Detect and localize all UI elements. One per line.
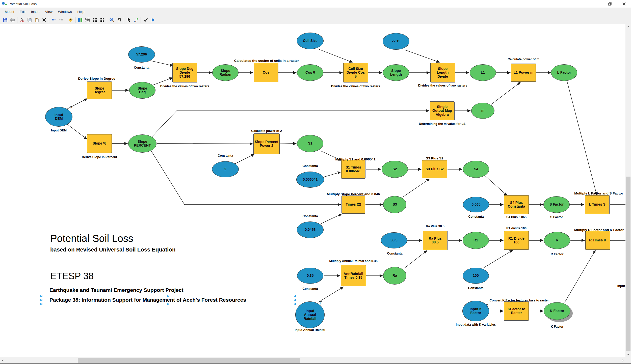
selection-handle[interactable] <box>40 299 42 301</box>
ra-node[interactable]: Ra <box>383 267 406 285</box>
k-factor-node[interactable]: K Factor <box>544 302 570 320</box>
menu-insert[interactable]: Insert <box>28 9 42 15</box>
cell-size-node[interactable]: Cell Size <box>297 33 324 49</box>
connector-line[interactable] <box>319 49 352 62</box>
validate-icon[interactable] <box>142 16 149 23</box>
r1-divide-100-node[interactable]: R1 Divide 100 <box>504 231 529 250</box>
diagram-text[interactable]: Earthquake and Tsunami Emergency Support… <box>49 287 183 293</box>
connector-line[interactable] <box>565 250 595 302</box>
s4-plus-constanta-node[interactable]: S4 Plus Constanta <box>504 195 529 214</box>
cell-size-divide-node[interactable]: Cell Size Divide Cos θ <box>343 63 368 82</box>
horizontal-scrollbar[interactable] <box>0 357 631 363</box>
selection-handle[interactable] <box>167 295 169 297</box>
menu-windows[interactable]: Windows <box>55 9 75 15</box>
connector-line[interactable] <box>485 176 507 195</box>
s4-node[interactable]: S4 <box>463 161 489 178</box>
scroll-down-icon[interactable] <box>625 352 631 357</box>
vertical-scroll-thumb[interactable] <box>626 177 630 351</box>
connect-icon[interactable] <box>133 16 139 23</box>
constant-00456-node[interactable]: 0.0456 <box>297 221 324 238</box>
selection-handle[interactable] <box>40 295 42 297</box>
connector-line[interactable] <box>567 81 597 195</box>
l1-power-m-node[interactable]: L1 Power m <box>511 64 536 82</box>
zoom-icon[interactable] <box>108 16 115 23</box>
connector-line[interactable] <box>405 50 439 62</box>
times-2-node[interactable]: Times (2) <box>341 195 365 214</box>
cos-node[interactable]: Cos <box>254 63 278 82</box>
print-icon[interactable] <box>9 16 16 23</box>
slope-percent-node[interactable]: Slope PERCENT <box>128 134 156 153</box>
l1-node[interactable]: L1 <box>470 64 496 81</box>
menu-model[interactable]: Model <box>2 9 17 15</box>
s-factor-node[interactable]: S Factor <box>543 196 570 213</box>
copy-icon[interactable] <box>26 16 33 23</box>
menu-edit[interactable]: Edit <box>17 9 28 15</box>
model-canvas[interactable]: 57.296Cell Size22.13Input DEM20.0065410.… <box>0 24 631 357</box>
selection-handle[interactable] <box>294 295 296 297</box>
constant-100-node[interactable]: 100 <box>463 268 489 284</box>
select-icon[interactable] <box>125 16 132 23</box>
constant-2-node[interactable]: 2 <box>212 161 239 177</box>
connector-line[interactable] <box>67 124 87 139</box>
vertical-scrollbar[interactable] <box>625 24 631 357</box>
connector-line[interactable] <box>491 82 520 104</box>
save-icon[interactable] <box>2 16 9 23</box>
constant-57296-node[interactable]: 57.296 <box>128 46 155 63</box>
r-times-k-node[interactable]: R Times K <box>585 231 610 250</box>
annrainfall-times-035-node[interactable]: AnnRainfall Times 0.35 <box>341 265 366 286</box>
cut-icon[interactable] <box>19 16 25 23</box>
pan-icon[interactable] <box>116 16 122 23</box>
slope-degree-node[interactable]: Slope Degree <box>87 81 112 99</box>
constant-035-node[interactable]: 0.35 <box>297 268 323 284</box>
slope-deg-node[interactable]: Slope Deg <box>129 82 155 99</box>
diagram-text[interactable]: based on Revised Universal Soil Loss Equ… <box>50 246 175 253</box>
zoom-out-fixed-icon[interactable] <box>99 16 106 23</box>
slope-deg-divide-node[interactable]: Slope Deg Divide 57.296 <box>172 63 197 82</box>
single-output-map-algebra-node[interactable]: Single Output Map Algebra <box>430 101 455 120</box>
scroll-left-icon[interactable] <box>0 357 6 363</box>
m-node[interactable]: m <box>471 103 494 119</box>
connector-line[interactable] <box>404 250 427 268</box>
r-node[interactable]: R <box>544 232 570 249</box>
slope-length-node[interactable]: Slope Length <box>383 64 409 81</box>
r1-node[interactable]: R1 <box>463 232 489 249</box>
connector-line[interactable] <box>152 78 172 85</box>
zoom-in-fixed-icon[interactable] <box>91 16 98 23</box>
connector-line[interactable] <box>152 111 429 137</box>
constant-0065-node[interactable]: 0.065 <box>463 197 489 212</box>
s2-node[interactable]: S2 <box>382 161 408 178</box>
horizontal-scroll-thumb[interactable] <box>78 358 300 363</box>
diagram-text[interactable]: Potential Soil Loss <box>50 233 133 244</box>
kfactor-to-raster-node[interactable]: KFactor to Raster <box>504 301 529 321</box>
connector-line[interactable] <box>403 179 430 197</box>
ra-plus-385-node[interactable]: Ra Plus 38.5 <box>423 231 448 250</box>
diagram-text[interactable]: ETESP 38 <box>50 271 94 282</box>
run-icon[interactable] <box>149 16 156 23</box>
input-dem-node[interactable]: Input DEM <box>45 107 72 127</box>
l-factor-node[interactable]: L Factor <box>551 64 577 81</box>
redo-icon[interactable] <box>58 16 64 23</box>
slope-radian-node[interactable]: Slope Radian <box>212 64 239 81</box>
add-data-icon[interactable] <box>67 16 74 23</box>
diagram-text[interactable]: Package 38: Information Support for Mana… <box>49 297 246 303</box>
menu-view[interactable]: View <box>42 9 55 15</box>
menu-help[interactable]: Help <box>75 9 87 15</box>
connector-line[interactable] <box>157 144 253 144</box>
connector-line[interactable] <box>324 172 341 177</box>
connector-line[interactable] <box>280 144 296 144</box>
slope-percent-power-2-node[interactable]: Slope Percent Power 2 <box>253 133 280 154</box>
connector-line[interactable] <box>151 61 173 66</box>
s3-plus-s2-node[interactable]: S3 Plus S2 <box>422 160 447 178</box>
scroll-up-icon[interactable] <box>625 24 631 30</box>
scroll-right-icon[interactable] <box>620 357 625 363</box>
paste-icon[interactable] <box>33 16 40 23</box>
fit-window-icon[interactable] <box>84 16 91 23</box>
constant-0006541-node[interactable]: 0.006541 <box>296 172 324 188</box>
s3-node[interactable]: S3 <box>383 196 406 213</box>
connector-line[interactable] <box>318 287 344 302</box>
selection-handle[interactable] <box>294 303 296 305</box>
s1-times-node[interactable]: S1 Times 0.006541 <box>341 160 365 179</box>
constant-2213-node[interactable]: 22.13 <box>383 33 409 50</box>
l-times-s-node[interactable]: L Times S <box>585 195 610 214</box>
selection-handle[interactable] <box>294 299 296 301</box>
